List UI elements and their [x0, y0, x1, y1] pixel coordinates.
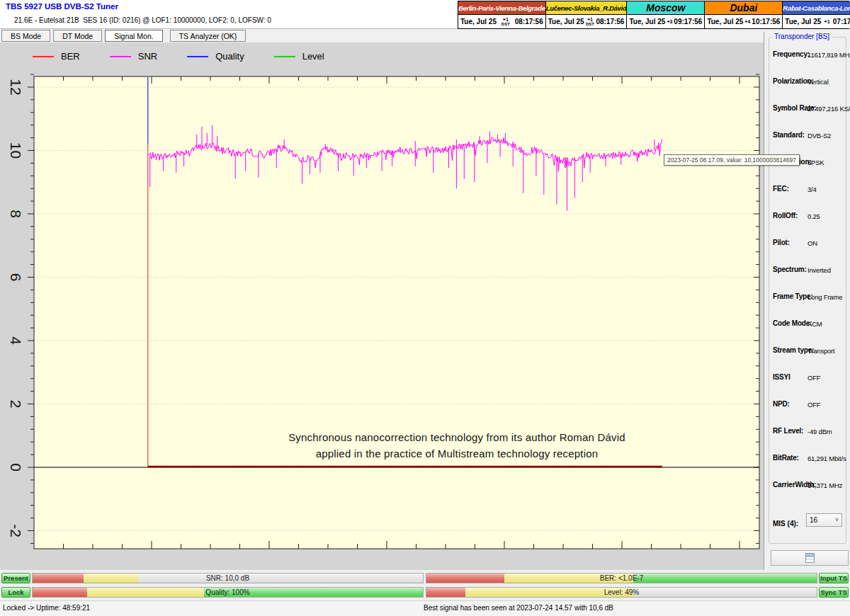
tab-dt-mode[interactable]: DT Mode: [53, 30, 102, 42]
clock-time: 08:17:56: [596, 18, 624, 25]
clock-utc-offset: +1: [503, 17, 509, 22]
signal-chart-region: BERSNRQualityLevel -2024681012 Synchrono…: [0, 42, 764, 570]
field-standard: Standard:DVB-S2: [773, 131, 845, 141]
tuner-subtitle: 21.6E - Eutelsat 21B SES 16 (ID: 0216) @…: [14, 16, 271, 24]
input-ts-indicator[interactable]: Input TS: [819, 573, 849, 583]
clock-3: MoscowTue, Jul 25+309:17:56: [627, 1, 705, 28]
level-bar-label: Level: 49%: [426, 588, 817, 596]
y-tick-label: 2: [8, 400, 24, 409]
ts-window-button[interactable]: [771, 550, 849, 566]
plot-background: [34, 76, 759, 549]
field-value: Long Frame: [808, 293, 842, 301]
y-tick-label: 8: [8, 210, 24, 218]
field-npd: NPD:OFF: [773, 400, 845, 410]
field-label: Pilot:: [773, 239, 790, 246]
transponder-title: Transponder [BS]: [772, 33, 832, 40]
clock-date: Tue, Jul 25: [548, 18, 584, 25]
clock-city-label: Lučenec-Slovakia_R.Dávid: [546, 1, 627, 15]
lock-indicator[interactable]: Lock: [1, 587, 30, 598]
tab-signal-mon[interactable]: Signal Mon.: [105, 30, 162, 42]
field-value: ON: [808, 239, 817, 247]
level-bar: Level: 49%: [426, 587, 817, 598]
tab-ts-analyzer-ok[interactable]: TS Analyzer (OK): [170, 30, 246, 42]
field-label: Code Mode:: [773, 319, 812, 327]
signal-chart: -2024681012: [0, 42, 764, 570]
clock-city-label: Rabat-Casablanca-London: [783, 1, 850, 15]
clock-time: 10:17:56: [752, 18, 780, 25]
clock-date: Tue, Jul 25: [785, 18, 821, 25]
y-tick-label: 0: [8, 463, 24, 472]
field-value: OFF: [808, 401, 820, 409]
clock-utc-offset: +4: [744, 19, 750, 24]
field-value: 3/4: [808, 186, 817, 193]
clock-date: Tue, Jul 25: [707, 18, 743, 25]
field-fec: FEC:3/4: [773, 185, 845, 195]
y-tick-label: 4: [8, 336, 24, 345]
y-tick-label: 10: [8, 142, 24, 159]
field-label: RF Level:: [773, 427, 803, 435]
field-code-mode: Code Mode:ACM: [773, 319, 845, 329]
y-tick-label: -2: [8, 524, 24, 537]
field-pilot: Pilot:ON: [773, 239, 845, 249]
clock-time-row: Tue, Jul 25+107:17:56: [783, 15, 850, 28]
clock-1: Berlin-Paris-Vienna-BelgradeTue, Jul 25+…: [458, 1, 546, 28]
quality-bar: Quality: 100%: [32, 587, 424, 598]
clock-city-label: Berlin-Paris-Vienna-Belgrade: [458, 1, 545, 15]
clock-time: 08:17:56: [515, 18, 543, 25]
field-label: BitRate:: [773, 454, 799, 462]
field-value: Transport: [808, 347, 835, 355]
field-value: 27497,216 KS/s: [808, 105, 850, 113]
field-rf-level: RF Level:-49 dBm: [773, 427, 845, 437]
field-frequency: Frequency:11617,819 MHz: [773, 50, 845, 60]
present-indicator[interactable]: Present: [1, 573, 30, 583]
clock-date: Tue, Jul 25: [629, 18, 665, 25]
mis-value: 16: [810, 516, 835, 524]
mis-label: MIS (4):: [773, 520, 798, 527]
status-bar: Locked -> Uptime: 48:59:21 Best signal h…: [0, 600, 850, 616]
clock-city-label: Dubai: [705, 1, 782, 15]
snr-bar: SNR: 10,0 dB: [32, 573, 424, 583]
field-stream-type: Stream type:Transport: [773, 346, 845, 356]
clock-time-row: Tue, Jul 25+1DST08:17:56: [546, 15, 627, 28]
clock-time: 07:17:56: [833, 18, 850, 25]
field-issyi: ISSYIOFF: [773, 373, 845, 383]
clock-city-label: Moscow: [627, 1, 704, 15]
field-label: Frequency:: [773, 50, 810, 58]
y-axis-labels: -2024681012: [8, 79, 24, 537]
ber-bar-label: BER: <1.0E-7: [426, 574, 817, 582]
clock-utc-offset: +1: [824, 19, 830, 24]
status-best-signal: Best signal has been seen at 2023-07-24 …: [424, 604, 613, 612]
tab-bar: BS ModeDT ModeSignal Mon.TS Analyzer (OK…: [0, 30, 764, 42]
field-value: OFF: [808, 374, 820, 382]
chart-annotation: Synchronous nanocorrection technology fr…: [227, 429, 687, 462]
field-value: 61,291 Mbit/s: [808, 455, 846, 462]
field-carrierwidth: CarrierWidth:34,371 MHz: [773, 481, 845, 491]
mis-dropdown[interactable]: 16 ˅: [806, 513, 842, 527]
clock-date: Tue, Jul 25: [460, 18, 497, 25]
field-label: Standard:: [773, 131, 805, 139]
clock-5: Rabat-Casablanca-LondonTue, Jul 25+107:1…: [783, 1, 850, 28]
field-label: ISSYI: [773, 373, 790, 381]
world-clocks: Berlin-Paris-Vienna-BelgradeTue, Jul 25+…: [458, 1, 849, 29]
field-value: Vertical: [808, 78, 829, 86]
field-value: Inverted: [808, 266, 831, 274]
field-label: FEC:: [773, 185, 789, 193]
signal-bars-strip: Present Lock SNR: 10,0 dB Quality: 100% …: [0, 570, 850, 600]
clock-4: DubaiTue, Jul 25+410:17:56: [705, 1, 783, 28]
clock-time: 09:17:56: [674, 18, 702, 25]
transponder-groupbox: Transponder [BS] Frequency:11617,819 MHz…: [769, 37, 846, 544]
quality-bar-label: Quality: 100%: [33, 588, 423, 596]
field-frame-type: Frame Type:Long Frame: [773, 292, 845, 302]
field-label: Spectrum:: [773, 266, 807, 273]
ts-window-icon: [805, 552, 815, 564]
clock-time-row: Tue, Jul 25+410:17:56: [705, 15, 782, 28]
field-value: DVB-S2: [808, 132, 831, 139]
app-window: TBS 5927 USB DVB-S2 Tuner 21.6E - Eutels…: [0, 0, 850, 616]
sync-ts-indicator[interactable]: Sync TS: [819, 587, 849, 598]
field-value: 0.25: [808, 212, 820, 220]
tab-bs-mode[interactable]: BS Mode: [1, 30, 50, 42]
clock-dst-flag: DST: [586, 22, 594, 26]
chevron-down-icon: ˅: [835, 517, 839, 523]
y-tick-label: 6: [8, 273, 24, 282]
annotation-line-2: applied in the practice of Multistream t…: [227, 445, 687, 462]
